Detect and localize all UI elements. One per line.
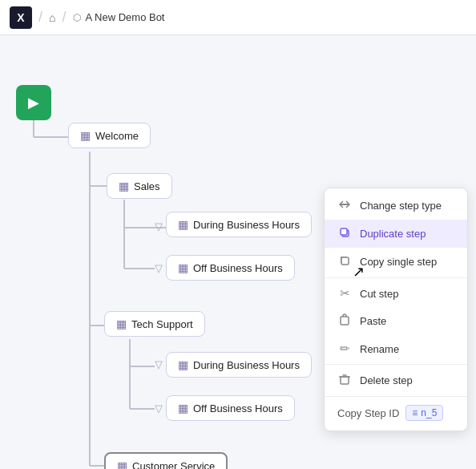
menu-item-rename[interactable]: ✏ Rename: [325, 335, 467, 362]
start-node[interactable]: ▶: [16, 85, 51, 120]
filter-icon-4: ▽: [151, 400, 167, 416]
filter-4: ▽: [151, 400, 167, 416]
svg-rect-19: [341, 228, 347, 235]
context-menu: Change step type Duplicate step Copy sin…: [324, 188, 468, 431]
node-during-biz-2[interactable]: ▦ During Business Hours: [166, 352, 312, 378]
breadcrumb-separator: /: [38, 9, 42, 26]
node-label-tech-support: Tech Support: [131, 318, 193, 330]
node-label-off-biz-2: Off Business Hours: [193, 402, 283, 414]
filter-2: ▽: [151, 260, 167, 276]
node-label-sales: Sales: [134, 180, 160, 192]
filter-icon-1: ▽: [151, 218, 167, 234]
menu-item-change-step-type[interactable]: Change step type: [325, 192, 467, 220]
node-label-off-biz-1: Off Business Hours: [193, 262, 283, 274]
menu-item-cut-step[interactable]: ✂ Cut step: [325, 280, 467, 307]
menu-label-delete-step: Delete step: [360, 374, 413, 386]
menu-label-rename: Rename: [360, 343, 399, 355]
menu-label-copy-single-step: Copy single step: [360, 256, 437, 268]
breadcrumb-separator-2: /: [62, 9, 66, 26]
node-off-biz-1[interactable]: ▦ Off Business Hours: [166, 255, 295, 281]
badge-icon: ≡: [412, 407, 418, 418]
node-icon-sales: ▦: [119, 180, 129, 192]
node-label-during-biz-2: During Business Hours: [193, 359, 300, 371]
menu-item-paste[interactable]: Paste: [325, 307, 467, 335]
filter-icon-2: ▽: [151, 260, 167, 276]
node-icon-customer-service: ▦: [117, 459, 127, 469]
change-step-type-icon: [337, 198, 352, 213]
menu-label-duplicate-step: Duplicate step: [360, 228, 426, 240]
menu-item-copy-single-step[interactable]: Copy single step: [325, 248, 467, 276]
start-icon: ▶: [28, 94, 39, 111]
menu-item-delete-step[interactable]: Delete step: [325, 366, 467, 394]
node-welcome[interactable]: ▦ Welcome: [68, 123, 151, 148]
badge-value: n_5: [421, 407, 437, 418]
node-label-welcome: Welcome: [95, 130, 139, 142]
copy-step-id-label: Copy Step ID: [337, 407, 399, 419]
copy-single-step-icon: [337, 254, 352, 269]
cut-step-icon: ✂: [337, 286, 352, 301]
menu-divider-1: [325, 277, 467, 278]
node-during-biz-1[interactable]: ▦ During Business Hours: [166, 212, 312, 237]
bot-icon: ⬡: [73, 12, 81, 23]
node-icon-during-biz-1: ▦: [178, 218, 188, 231]
menu-divider-2: [325, 364, 467, 365]
breadcrumb: ⬡ A New Demo Bot: [73, 11, 165, 23]
paste-icon: [337, 313, 352, 329]
rename-icon: ✏: [337, 342, 352, 356]
menu-label-change-step-type: Change step type: [360, 200, 442, 212]
node-icon-welcome: ▦: [80, 129, 91, 142]
node-label-customer-service: Customer Service: [132, 460, 215, 470]
node-icon-off-biz-1: ▦: [178, 261, 188, 274]
home-icon[interactable]: ⌂: [49, 11, 55, 24]
filter-1: ▽: [151, 218, 167, 234]
topbar: X / ⌂ / ⬡ A New Demo Bot: [0, 0, 476, 35]
node-sales[interactable]: ▦ Sales: [107, 173, 172, 199]
node-label-during-biz-1: During Business Hours: [193, 219, 300, 231]
delete-step-icon: [337, 373, 352, 388]
menu-label-paste: Paste: [360, 315, 386, 327]
page-title: A New Demo Bot: [86, 11, 165, 23]
menu-item-copy-step-id[interactable]: Copy Step ID ≡ n_5: [325, 398, 467, 427]
node-icon-off-biz-2: ▦: [178, 402, 188, 414]
step-id-badge: ≡ n_5: [405, 405, 443, 421]
filter-icon-3: ▽: [151, 356, 167, 372]
svg-rect-21: [341, 317, 349, 325]
node-icon-during-biz-2: ▦: [178, 358, 188, 371]
node-off-biz-2[interactable]: ▦ Off Business Hours: [166, 395, 295, 421]
logo[interactable]: X: [10, 6, 32, 29]
node-tech-support[interactable]: ▦ Tech Support: [104, 311, 205, 337]
svg-rect-20: [341, 257, 349, 265]
node-icon-tech-support: ▦: [116, 317, 127, 330]
svg-rect-22: [341, 377, 349, 384]
duplicate-step-icon: [337, 226, 352, 241]
menu-item-duplicate-step[interactable]: Duplicate step: [325, 220, 467, 248]
node-customer-service[interactable]: ▦ Customer Service: [104, 452, 228, 469]
filter-3: ▽: [151, 356, 167, 372]
svg-rect-17: [340, 204, 349, 205]
canvas: ▶ ▦ Welcome ▦ Sales ▽ ▦ During Business …: [0, 35, 476, 469]
menu-divider-3: [325, 396, 467, 397]
menu-label-cut-step: Cut step: [360, 288, 398, 300]
